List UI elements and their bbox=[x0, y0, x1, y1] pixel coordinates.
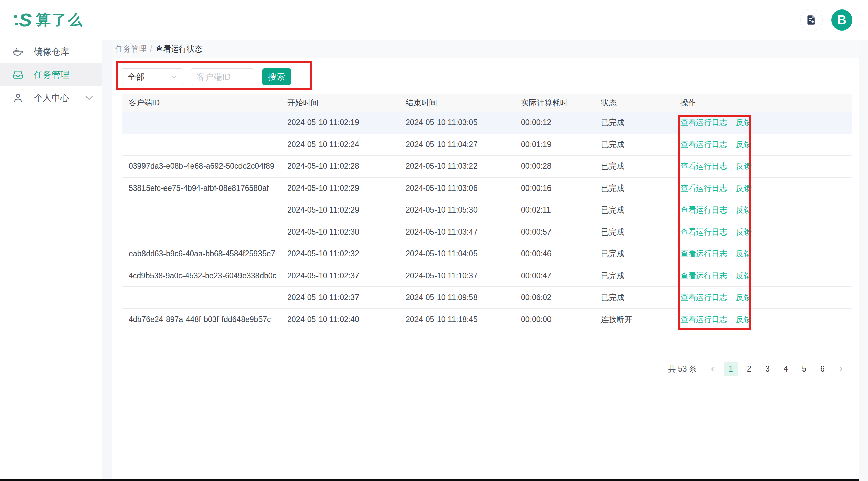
table-row[interactable]: 2024-05-10 11:02:302024-05-10 11:03:4700… bbox=[122, 221, 852, 243]
breadcrumb: 任务管理 / 查看运行状态 bbox=[112, 40, 868, 58]
feedback-link[interactable]: 反馈 bbox=[736, 118, 752, 127]
cell-start-time: 2024-05-10 11:02:37 bbox=[281, 293, 399, 302]
col-header-client-id: 客户端ID bbox=[122, 98, 281, 108]
pagination-page-1[interactable]: 1 bbox=[724, 362, 738, 376]
col-header-start-time: 开始时间 bbox=[281, 98, 399, 108]
cell-client-id: eab8dd63-b9c6-40aa-bb68-4584f25935e7 bbox=[122, 249, 281, 258]
breadcrumb-separator: / bbox=[150, 44, 152, 54]
col-header-end-time: 结束时间 bbox=[399, 98, 514, 108]
pagination-page-3[interactable]: 3 bbox=[760, 362, 775, 376]
docker-whale-icon bbox=[12, 46, 24, 57]
cell-duration: 00:00:46 bbox=[514, 249, 594, 258]
cell-end-time: 2024-05-10 11:04:05 bbox=[399, 249, 514, 258]
sidebar-item-task-management[interactable]: 任务管理 bbox=[0, 63, 102, 86]
window-bottom-edge bbox=[0, 479, 859, 481]
table-row[interactable]: 53815efc-ee75-4b94-afbf-08e8176580af2024… bbox=[122, 178, 852, 200]
cell-duration: 00:02:11 bbox=[514, 205, 594, 215]
sidebar-item-personal-center[interactable]: 个人中心 bbox=[0, 86, 102, 109]
pagination-next-button[interactable]: › bbox=[833, 362, 848, 376]
cell-duration: 00:00:57 bbox=[514, 227, 594, 237]
cell-status: 已完成 bbox=[594, 270, 674, 281]
chevron-down-icon bbox=[83, 92, 95, 103]
cell-duration: 00:01:19 bbox=[514, 140, 594, 149]
cell-start-time: 2024-05-10 11:02:30 bbox=[281, 227, 399, 237]
table-header-row: 客户端ID 开始时间 结束时间 实际计算耗时 状态 操作 bbox=[122, 94, 852, 112]
view-run-log-link[interactable]: 查看运行日志 bbox=[680, 140, 727, 149]
feedback-link[interactable]: 反馈 bbox=[736, 140, 752, 149]
cell-status: 已完成 bbox=[594, 248, 674, 259]
col-header-actions: 操作 bbox=[674, 98, 846, 108]
feedback-link[interactable]: 反馈 bbox=[736, 249, 752, 258]
select-chevron-down-icon bbox=[170, 73, 178, 81]
view-run-log-link[interactable]: 查看运行日志 bbox=[680, 249, 727, 258]
sidebar-content-divider bbox=[102, 40, 112, 479]
cell-actions: 查看运行日志反馈 bbox=[674, 227, 846, 237]
cell-actions: 查看运行日志反馈 bbox=[674, 248, 846, 259]
feedback-link[interactable]: 反馈 bbox=[736, 271, 752, 280]
feedback-link[interactable]: 反馈 bbox=[736, 162, 752, 171]
logo-s-icon: S bbox=[19, 11, 32, 29]
view-run-log-link[interactable]: 查看运行日志 bbox=[680, 118, 727, 127]
cell-actions: 查看运行日志反馈 bbox=[674, 270, 846, 281]
pagination-page-5[interactable]: 5 bbox=[797, 362, 811, 376]
table-row[interactable]: eab8dd63-b9c6-40aa-bb68-4584f25935e72024… bbox=[122, 243, 852, 265]
view-run-log-link[interactable]: 查看运行日志 bbox=[680, 162, 727, 171]
view-run-log-link[interactable]: 查看运行日志 bbox=[680, 293, 727, 302]
view-run-log-link[interactable]: 查看运行日志 bbox=[680, 271, 727, 280]
table-row[interactable]: 2024-05-10 11:02:192024-05-10 11:03:0500… bbox=[122, 112, 852, 134]
feedback-link[interactable]: 反馈 bbox=[736, 315, 752, 324]
table-row[interactable]: 4cd9b538-9a0c-4532-be23-6049e338db0c2024… bbox=[122, 265, 852, 287]
table-row[interactable]: 03997da3-e08b-4e68-a692-50cdc2c04f892024… bbox=[122, 156, 852, 178]
app-body: 镜像仓库 任务管理 个人中心 bbox=[0, 40, 868, 479]
cell-start-time: 2024-05-10 11:02:19 bbox=[281, 118, 399, 127]
status-filter-select[interactable]: 全部 bbox=[121, 68, 183, 85]
cell-actions: 查看运行日志反馈 bbox=[674, 139, 846, 150]
cell-status: 已完成 bbox=[594, 292, 674, 303]
cell-end-time: 2024-05-10 11:04:27 bbox=[399, 140, 514, 149]
pagination-page-6[interactable]: 6 bbox=[815, 362, 830, 376]
document-search-icon bbox=[805, 14, 817, 26]
pagination-page-2[interactable]: 2 bbox=[742, 362, 756, 376]
avatar-letter: B bbox=[837, 13, 846, 27]
cell-start-time: 2024-05-10 11:02:28 bbox=[281, 162, 399, 171]
app-logo[interactable]: S 算了么 bbox=[14, 10, 83, 30]
feedback-link[interactable]: 反馈 bbox=[736, 293, 752, 302]
table-row[interactable]: 2024-05-10 11:02:292024-05-10 11:05:3000… bbox=[122, 199, 852, 221]
cell-end-time: 2024-05-10 11:05:30 bbox=[399, 205, 514, 215]
client-id-input[interactable] bbox=[191, 68, 254, 85]
cell-duration: 00:06:02 bbox=[514, 293, 594, 302]
cell-duration: 00:00:47 bbox=[514, 271, 594, 280]
cell-status: 已完成 bbox=[594, 183, 674, 194]
pagination-prev-button[interactable]: ‹ bbox=[705, 362, 720, 376]
audit-log-button[interactable] bbox=[800, 9, 823, 31]
view-run-log-link[interactable]: 查看运行日志 bbox=[680, 184, 727, 193]
view-run-log-link[interactable]: 查看运行日志 bbox=[680, 227, 727, 236]
sidebar-item-image-repository[interactable]: 镜像仓库 bbox=[0, 40, 102, 63]
pagination: 共 53 条 ‹ 123456 › bbox=[668, 362, 848, 376]
cell-end-time: 2024-05-10 11:03:47 bbox=[399, 227, 514, 237]
feedback-link[interactable]: 反馈 bbox=[736, 184, 752, 193]
cell-end-time: 2024-05-10 11:18:45 bbox=[399, 315, 514, 324]
view-run-log-link[interactable]: 查看运行日志 bbox=[680, 315, 727, 324]
table-row[interactable]: 2024-05-10 11:02:372024-05-10 11:09:5800… bbox=[122, 287, 852, 309]
pagination-pages: 123456 bbox=[724, 362, 830, 376]
top-header: S 算了么 B bbox=[0, 0, 868, 40]
breadcrumb-current: 查看运行状态 bbox=[155, 44, 202, 54]
status-filter-value: 全部 bbox=[128, 71, 170, 82]
cell-status: 已完成 bbox=[594, 205, 674, 215]
table-row[interactable]: 4db76e24-897a-448f-b03f-fdd648e9b57c2024… bbox=[122, 309, 852, 331]
main-content: 任务管理 / 查看运行状态 全部 搜索 客户端ID 开始时间 结束时间 实际计算… bbox=[112, 40, 868, 479]
feedback-link[interactable]: 反馈 bbox=[736, 227, 752, 236]
feedback-link[interactable]: 反馈 bbox=[736, 205, 752, 214]
breadcrumb-parent[interactable]: 任务管理 bbox=[115, 44, 147, 54]
cell-status: 已完成 bbox=[594, 227, 674, 237]
view-run-log-link[interactable]: 查看运行日志 bbox=[680, 205, 727, 214]
cell-end-time: 2024-05-10 11:10:37 bbox=[399, 271, 514, 280]
cell-actions: 查看运行日志反馈 bbox=[674, 183, 846, 194]
person-icon bbox=[12, 92, 24, 103]
scrollbar-track[interactable] bbox=[859, 40, 868, 481]
search-button[interactable]: 搜索 bbox=[262, 68, 291, 85]
user-avatar[interactable]: B bbox=[831, 9, 852, 31]
pagination-page-4[interactable]: 4 bbox=[778, 362, 793, 376]
table-row[interactable]: 2024-05-10 11:02:242024-05-10 11:04:2700… bbox=[122, 134, 852, 156]
